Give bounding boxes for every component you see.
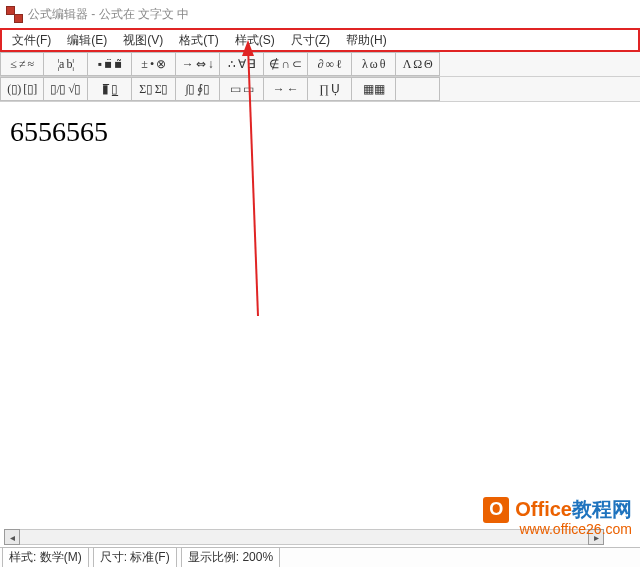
window-title: 公式编辑器 - 公式在 文字文 中 <box>28 6 189 23</box>
menu-bar: 文件(F) 编辑(E) 视图(V) 格式(T) 样式(S) 尺寸(Z) 帮助(H… <box>0 28 640 52</box>
watermark-logo-icon: O <box>483 497 509 523</box>
formula-text: 6556565 <box>10 116 108 147</box>
template-fraction-icon[interactable]: ▯/▯ √▯ <box>44 77 88 101</box>
status-bar: 样式: 数学(M) 尺寸: 标准(F) 显示比例: 200% <box>0 547 640 567</box>
editor-canvas[interactable]: 6556565 <box>0 102 640 543</box>
status-size: 尺寸: 标准(F) <box>93 547 177 567</box>
template-product-icon[interactable]: ∏ Ụ <box>308 77 352 101</box>
status-size-label: 尺寸: <box>100 550 127 564</box>
menu-file[interactable]: 文件(F) <box>4 30 59 51</box>
menu-help[interactable]: 帮助(H) <box>338 30 395 51</box>
template-overunder-icon[interactable]: ▮̅ ▯̲ <box>88 77 132 101</box>
palette-greek-lower-icon[interactable]: λ ω θ <box>352 52 396 76</box>
status-zoom-value: 200% <box>242 550 273 564</box>
palette-settheory-icon[interactable]: ∉ ∩ ⊂ <box>264 52 308 76</box>
status-size-value: 标准(F) <box>130 550 169 564</box>
template-blank-icon[interactable] <box>396 77 440 101</box>
template-matrix-icon[interactable]: ▦▦ <box>352 77 396 101</box>
palette-relational-icon[interactable]: ≤ ≠ ≈ <box>0 52 44 76</box>
palette-logic-icon[interactable]: ∴ ∀ ∃ <box>220 52 264 76</box>
palette-arrows-icon[interactable]: → ⇔ ↓ <box>176 52 220 76</box>
watermark: O Office教程网 www.office26.com <box>483 496 632 537</box>
menu-format[interactable]: 格式(T) <box>171 30 226 51</box>
status-style: 样式: 数学(M) <box>2 547 89 567</box>
template-integral-icon[interactable]: ∫▯ ∮▯ <box>176 77 220 101</box>
scroll-left-button[interactable]: ◂ <box>4 529 20 545</box>
template-arrows2-icon[interactable]: → ← <box>264 77 308 101</box>
watermark-brand-a: Office <box>515 498 572 520</box>
status-style-label: 样式: <box>9 550 36 564</box>
status-zoom-label: 显示比例: <box>188 550 239 564</box>
app-icon <box>6 6 22 22</box>
title-bar: 公式编辑器 - 公式在 文字文 中 <box>0 0 640 28</box>
template-brackets-icon[interactable]: (▯) [▯] <box>0 77 44 101</box>
status-zoom: 显示比例: 200% <box>181 547 280 567</box>
palette-fences-icon[interactable]: ¦a b¦ <box>44 52 88 76</box>
palette-operators-icon[interactable]: ± • ⊗ <box>132 52 176 76</box>
menu-view[interactable]: 视图(V) <box>115 30 171 51</box>
palette-misc-icon[interactable]: ∂ ∞ ℓ <box>308 52 352 76</box>
palette-accents-icon[interactable]: ▪ ▪̈ ▪̃ <box>88 52 132 76</box>
menu-size[interactable]: 尺寸(Z) <box>283 30 338 51</box>
template-sum-icon[interactable]: Σ▯ Σ▯ <box>132 77 176 101</box>
watermark-brand-b: 教程网 <box>572 498 632 520</box>
status-style-value: 数学(M) <box>40 550 82 564</box>
symbol-toolbar-1: ≤ ≠ ≈ ¦a b¦ ▪ ▪̈ ▪̃ ± • ⊗ → ⇔ ↓ ∴ ∀ ∃ ∉ … <box>0 52 640 77</box>
palette-greek-upper-icon[interactable]: Λ Ω Θ <box>396 52 440 76</box>
menu-style[interactable]: 样式(S) <box>227 30 283 51</box>
template-toolbar-2: (▯) [▯] ▯/▯ √▯ ▮̅ ▯̲ Σ▯ Σ▯ ∫▯ ∮▯ ▭ ▭ → ←… <box>0 77 640 102</box>
menu-edit[interactable]: 编辑(E) <box>59 30 115 51</box>
template-box-icon[interactable]: ▭ ▭ <box>220 77 264 101</box>
watermark-url: www.office26.com <box>483 521 632 537</box>
